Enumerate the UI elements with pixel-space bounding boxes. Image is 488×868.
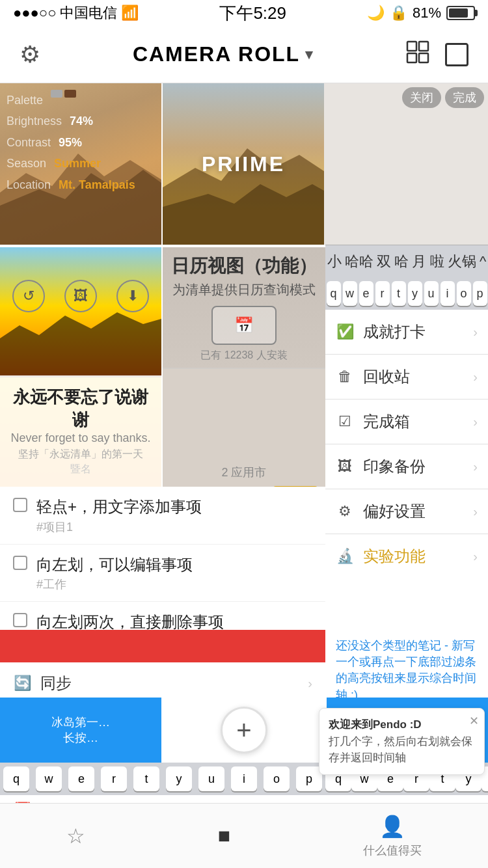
- profile-label: 什么值得买: [363, 843, 422, 858]
- photo-card-1[interactable]: Palette Brightness 74% Contrast 95% Seas…: [0, 83, 161, 245]
- bottom-app-text: 冰岛第一…长按…: [45, 714, 116, 746]
- key-bottom-r[interactable]: r: [101, 766, 127, 791]
- suggest-2[interactable]: 哈哈: [345, 252, 373, 271]
- todo-item-1[interactable]: 轻点+，用文字添加事项 #项目1: [0, 487, 325, 545]
- right-note-text-1: 还没这个类型的笔记 - 新写一个或再点一下底部过滤条的高亮按钮来显示综合时间轴 …: [336, 638, 478, 703]
- checkbox-1[interactable]: [13, 498, 27, 512]
- suggest-5[interactable]: 月: [412, 252, 426, 271]
- key-bottom-o[interactable]: o: [264, 766, 290, 791]
- checkin-icon: ✅: [336, 323, 354, 340]
- key-t[interactable]: t: [392, 281, 406, 306]
- todo-tag-2: #工作: [36, 576, 193, 592]
- app-card-sunset[interactable]: ↺ 🖼 ⬇ 永远不要忘了说谢谢 Never forget to say than…: [0, 246, 161, 487]
- pendo-close-button[interactable]: ✕: [469, 712, 479, 730]
- key-bottom-q[interactable]: q: [3, 766, 29, 791]
- profile-icon: 👤: [379, 814, 405, 839]
- prefs-icon: ⚙: [336, 503, 354, 520]
- status-left: ●●●○○ 中国电信 📶: [13, 3, 139, 23]
- key-p[interactable]: p: [473, 281, 487, 306]
- key-w[interactable]: w: [343, 281, 357, 306]
- tab-favorites[interactable]: ☆: [66, 824, 85, 848]
- image-btn[interactable]: 🖼: [64, 280, 97, 312]
- fab-button[interactable]: +: [221, 707, 267, 753]
- key-q[interactable]: q: [327, 281, 341, 306]
- app-card-features[interactable]: 日历视图（功能） 为清单提供日历查询模式 📅 已有 12238 人安装 安装 隐…: [163, 246, 325, 487]
- content-area: Palette Brightness 74% Contrast 95% Seas…: [0, 83, 488, 860]
- key-bottom-i[interactable]: i: [231, 766, 257, 791]
- key-i[interactable]: i: [441, 281, 455, 306]
- suggest-expand[interactable]: ^: [480, 253, 486, 270]
- calendar-visual: 📅: [211, 306, 277, 345]
- key-bottom-u[interactable]: u: [198, 766, 224, 791]
- key-bottom-y[interactable]: y: [166, 766, 192, 791]
- suggest-1[interactable]: 小: [327, 252, 342, 271]
- photo-pills: 关闭 完成: [402, 87, 484, 108]
- contrast-label: Contrast: [7, 132, 51, 153]
- tab-bar: ☆ ■ 👤 什么值得买: [0, 803, 488, 868]
- sync-label: 同步: [40, 673, 72, 694]
- experimental-arrow-icon: ›: [473, 549, 478, 564]
- menu-item-checkin[interactable]: ✅ 成就打卡 ›: [325, 310, 488, 355]
- todo-text-1: 轻点+，用文字添加事项: [36, 496, 202, 518]
- checkbox-2[interactable]: [13, 556, 27, 570]
- calendar-install-count: 已有 12238 人安装: [163, 349, 325, 362]
- suggest-4[interactable]: 哈: [394, 252, 409, 271]
- menu-item-prefs[interactable]: ⚙ 偏好设置 ›: [325, 489, 488, 534]
- experimental-label: 实验功能: [363, 546, 426, 567]
- window-toggle-button[interactable]: [445, 43, 468, 66]
- suggest-3[interactable]: 双: [377, 252, 391, 271]
- tab-profile[interactable]: 👤 什么值得买: [363, 814, 422, 858]
- key-bottom-w[interactable]: w: [36, 766, 62, 791]
- complete-arrow-icon: ›: [473, 414, 478, 429]
- home-icon: ■: [218, 824, 230, 848]
- key-e[interactable]: e: [359, 281, 373, 306]
- backup-arrow-icon: ›: [473, 459, 478, 474]
- card-author: 暨名: [10, 463, 151, 476]
- contrast-val: 95%: [59, 132, 82, 153]
- todo-tag-1: #项目1: [36, 519, 202, 535]
- suggest-6[interactable]: 啦: [430, 252, 444, 271]
- download-btn[interactable]: ⬇: [116, 280, 149, 312]
- key-bottom-t[interactable]: t: [133, 766, 159, 791]
- location-val: Mt. Tamalpais: [59, 174, 135, 195]
- todo-text-2: 向左划，可以编辑事项: [36, 554, 193, 576]
- suggest-7[interactable]: 火锅: [448, 252, 476, 271]
- menu-item-trash[interactable]: 🗑 回收站 ›: [325, 355, 488, 400]
- card-title: 永远不要忘了说谢谢: [10, 386, 151, 431]
- key-o[interactable]: o: [457, 281, 471, 306]
- battery-percent: 81%: [413, 5, 441, 21]
- sync-icon: 🔄: [13, 675, 31, 692]
- menu-item-experimental[interactable]: 🔬 实验功能 ›: [325, 534, 488, 578]
- key-bottom-e[interactable]: e: [68, 766, 94, 791]
- todo-item-2[interactable]: 向左划，可以编辑事项 #工作: [0, 545, 325, 603]
- checkbox-3[interactable]: [13, 613, 27, 627]
- carrier-label: 中国电信: [60, 3, 117, 23]
- favorites-icon: ☆: [66, 824, 85, 848]
- key-u[interactable]: u: [424, 281, 439, 306]
- svg-rect-3: [419, 53, 428, 62]
- settings-button[interactable]: ⚙: [20, 41, 40, 68]
- checkin-label: 成就打卡: [363, 321, 426, 342]
- tab-home[interactable]: ■: [218, 824, 230, 848]
- photo-card-2[interactable]: PRIIME: [163, 83, 324, 245]
- complete-icon: ☑: [336, 413, 354, 430]
- complete-label: 完成箱: [363, 411, 410, 432]
- palette-label: Palette: [7, 90, 43, 111]
- card-subtitle: Never forget to say thanks.: [10, 431, 151, 445]
- refresh-btn[interactable]: ↺: [12, 280, 45, 312]
- bottom-app-left[interactable]: 冰岛第一…长按…: [0, 698, 161, 763]
- key-y[interactable]: y: [408, 281, 422, 306]
- menu-item-backup[interactable]: 🖼 印象备份 ›: [325, 444, 488, 489]
- photo-card-3[interactable]: 关闭 完成: [324, 83, 488, 245]
- grid-view-button[interactable]: [406, 40, 429, 69]
- install-feature-count: 2 应用市: [163, 465, 325, 480]
- nav-title[interactable]: CAMERA ROLL ▾: [133, 42, 314, 66]
- brightness-label: Brightness: [7, 111, 62, 131]
- key-r[interactable]: r: [375, 281, 390, 306]
- menu-item-complete[interactable]: ☑ 完成箱 ›: [325, 400, 488, 444]
- key-bottom-p[interactable]: p: [296, 766, 322, 791]
- svg-rect-2: [407, 53, 416, 62]
- season-val: Summer: [54, 153, 101, 174]
- photo-row-1: Palette Brightness 74% Contrast 95% Seas…: [0, 83, 488, 245]
- backup-label: 印象备份: [363, 456, 426, 477]
